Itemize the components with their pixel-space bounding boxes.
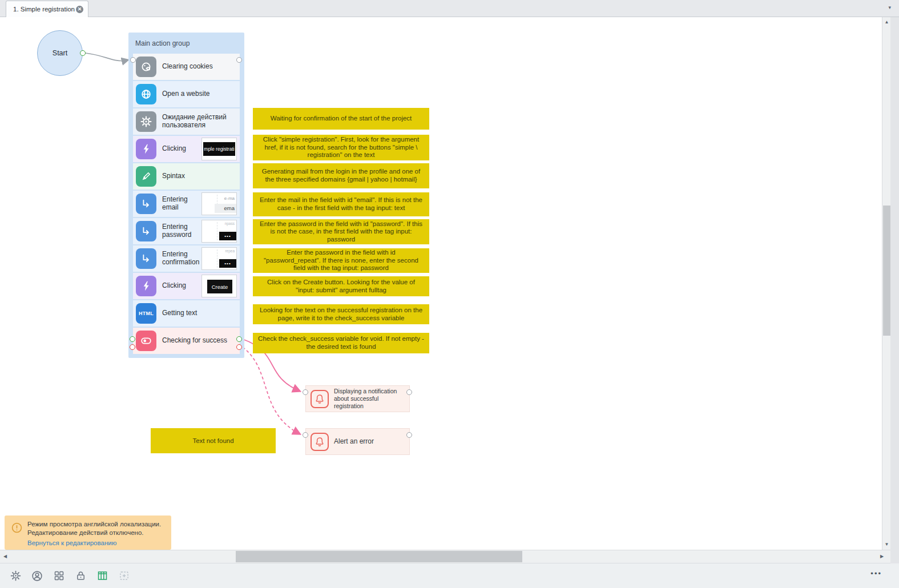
element-screenshot: npass ••• <box>201 220 237 243</box>
horizontal-scroll-thumb[interactable] <box>236 551 522 562</box>
action-label: Entering password <box>162 223 201 239</box>
scroll-left-icon[interactable]: ◀ <box>1 550 9 563</box>
bell-icon <box>311 433 329 451</box>
action-label: Clearing cookies <box>162 63 237 71</box>
main-action-group[interactable]: Main action group Clearing cookies <box>128 33 244 358</box>
toggle-check-icon <box>136 331 156 351</box>
action-entering-email[interactable]: Entering email e-ma ema <box>133 191 240 217</box>
screenshot-button: Create <box>207 280 232 293</box>
action-label: Ожидание действий пользователя <box>162 114 237 130</box>
action-getting-text[interactable]: HTML Getting text <box>133 300 240 327</box>
action-label: Spintax <box>162 172 237 180</box>
connector-check-out-err[interactable] <box>236 344 242 350</box>
connector-check-out-ok[interactable] <box>236 336 242 342</box>
note-click-create[interactable]: Click on the Create button. Looking for … <box>253 276 429 296</box>
action-label: Getting text <box>162 309 237 317</box>
app-window: 1. Simple registration ✕ ▾ Start <box>0 0 899 588</box>
html-icon-text: HTML <box>139 311 154 316</box>
wire-error-branch <box>243 347 300 434</box>
note-looking-text[interactable]: Looking for the text on the successful r… <box>253 304 429 324</box>
action-clicking-2[interactable]: Clicking Create <box>133 273 240 299</box>
enter-text-icon <box>136 221 156 241</box>
profile-button[interactable] <box>30 569 45 583</box>
action-entering-confirmation[interactable]: Entering confirmation repea ••• <box>133 245 240 272</box>
action-label: Entering email <box>162 196 201 212</box>
workflow-canvas[interactable]: Start Main action group Clearing cookies <box>0 17 882 550</box>
banner-line2: Редактирование действий отключено. <box>27 529 166 537</box>
connector-check-in-err[interactable] <box>130 344 135 350</box>
note-waiting[interactable]: Waiting for confirmation of the start of… <box>253 108 429 130</box>
add-element-button[interactable] <box>116 569 131 583</box>
chevron-down-icon[interactable]: ▾ <box>888 5 891 10</box>
scroll-up-icon[interactable]: ▲ <box>882 18 891 26</box>
connector-row1-out[interactable] <box>236 57 242 63</box>
action-label: Open a website <box>162 90 237 98</box>
more-options-button[interactable]: ••• <box>870 569 882 578</box>
table-view-button[interactable] <box>95 569 110 583</box>
close-icon[interactable]: ✕ <box>76 6 83 13</box>
vertical-scroll-thumb[interactable] <box>883 206 890 336</box>
enter-text-icon <box>136 248 156 269</box>
connector-error-out[interactable] <box>406 432 412 438</box>
element-screenshot: e-ma ema <box>201 192 237 215</box>
action-label: Clicking <box>162 282 201 290</box>
node-alert-error[interactable]: Alert an error <box>305 428 410 455</box>
warning-icon <box>11 522 23 536</box>
start-label: Start <box>53 49 67 57</box>
screenshot-password-dots: ••• <box>219 259 236 268</box>
note-enter-mail[interactable]: Enter the mail in the field with id "ema… <box>253 192 429 216</box>
banner-line1: Режим просмотра английской локализации. <box>27 520 166 529</box>
lightning-icon <box>136 276 156 296</box>
start-node[interactable]: Start <box>37 30 83 76</box>
element-screenshot: Create <box>201 275 237 297</box>
connector-notify-out[interactable] <box>406 389 412 395</box>
modules-grid-button[interactable] <box>51 569 66 583</box>
action-entering-password[interactable]: Entering password npass ••• <box>133 218 240 244</box>
tab-simple-registration[interactable]: 1. Simple registration ✕ <box>6 1 88 17</box>
vertical-scrollbar[interactable]: ▲ ▼ <box>882 17 890 550</box>
action-rows: Clearing cookies Open a website <box>133 54 240 354</box>
action-open-website[interactable]: Open a website <box>133 81 240 107</box>
note-click-simple[interactable]: Click "simple registration". First, look… <box>253 135 429 160</box>
pencil-icon <box>136 166 156 187</box>
note-generating[interactable]: Generating mail from the login in the pr… <box>253 163 429 188</box>
group-title: Main action group <box>135 39 190 47</box>
tab-title: 1. Simple registration <box>13 6 76 13</box>
note-enter-pass[interactable]: Enter the password in the field with id … <box>253 219 429 244</box>
screenshot-text: mple registrati <box>203 142 235 156</box>
action-clearing-cookies[interactable]: Clearing cookies <box>133 54 240 80</box>
connector-error-in[interactable] <box>303 432 308 438</box>
screenshot-password-dots: ••• <box>219 232 236 240</box>
screenshot-text: e-ma <box>224 196 235 201</box>
connector-row1-in[interactable] <box>130 57 136 63</box>
tab-bar: 1. Simple registration ✕ ▾ <box>0 0 899 17</box>
note-enter-repeat[interactable]: Enter the password in the field with id … <box>253 248 429 273</box>
scroll-right-icon[interactable]: ▶ <box>878 550 886 563</box>
node-label-line2: about successful registration <box>334 395 378 409</box>
node-label: Alert an error <box>334 437 374 446</box>
horizontal-scrollbar[interactable]: ◀ ▶ <box>0 550 890 563</box>
action-label: Checking for success <box>162 337 237 345</box>
screenshot-text: ema <box>215 204 236 213</box>
connector-notify-in[interactable] <box>303 389 308 395</box>
lock-button[interactable] <box>73 569 88 583</box>
node-label: Displaying a notification about successf… <box>334 388 405 410</box>
action-label: Entering confirmation <box>162 251 201 267</box>
action-checking-success[interactable]: Checking for success <box>133 328 240 354</box>
wire-start-to-group <box>86 53 128 61</box>
node-display-notification[interactable]: Displaying a notification about successf… <box>305 385 410 412</box>
note-text-not-found[interactable]: Text not found <box>151 428 276 453</box>
action-label: Clicking <box>162 145 201 153</box>
action-spintax[interactable]: Spintax <box>133 163 240 190</box>
settings-button[interactable] <box>8 569 23 583</box>
note-check-var[interactable]: Check the check_success variable for voi… <box>253 333 429 353</box>
scroll-down-icon[interactable]: ▼ <box>882 541 891 549</box>
cookie-icon <box>136 57 156 77</box>
connector-start-out[interactable] <box>80 50 86 56</box>
return-to-editing-link[interactable]: Вернуться к редактированию <box>27 539 116 546</box>
globe-icon <box>136 84 156 104</box>
action-wait-user[interactable]: Ожидание действий пользователя <box>133 108 240 135</box>
action-clicking-1[interactable]: Clicking mple registrati <box>133 136 240 162</box>
screenshot-divider <box>217 249 217 268</box>
connector-check-in-ok[interactable] <box>130 336 135 342</box>
